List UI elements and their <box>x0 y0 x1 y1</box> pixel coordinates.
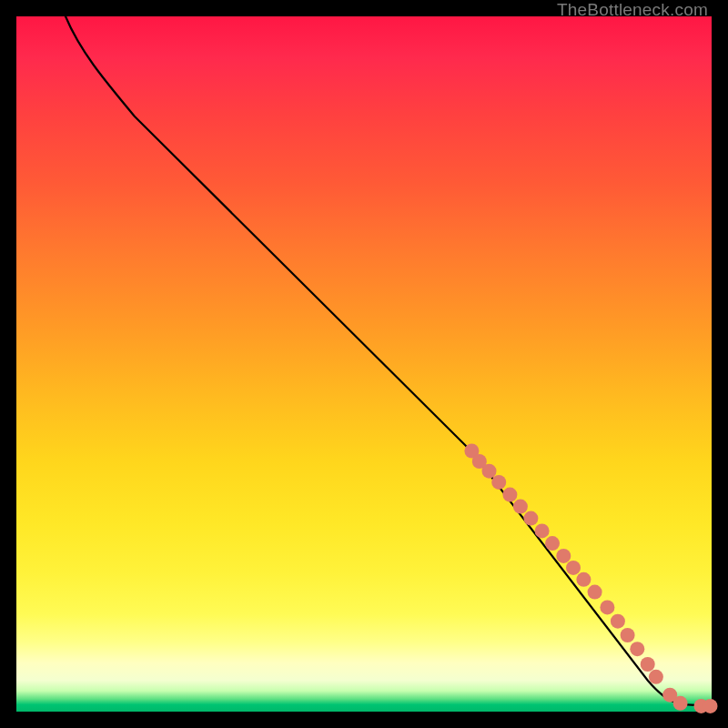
marker-dot <box>641 657 655 672</box>
marker-dot <box>513 500 528 514</box>
chart-frame: TheBottleneck.com <box>0 0 728 728</box>
marker-dot <box>611 614 625 629</box>
chart-svg <box>16 16 712 712</box>
plot-area <box>16 16 712 712</box>
marker-dot <box>649 670 663 684</box>
marker-dot <box>566 561 581 575</box>
marker-dot <box>482 464 497 479</box>
marker-dot <box>523 511 538 526</box>
marker-dot <box>502 488 517 502</box>
marker-dot <box>588 585 602 600</box>
marker-dot <box>556 549 571 563</box>
marker-group <box>464 444 717 713</box>
marker-dot <box>491 475 506 490</box>
marker-dot <box>545 536 560 551</box>
marker-dot <box>630 642 644 656</box>
marker-dot <box>621 628 635 642</box>
marker-dot <box>600 600 614 614</box>
marker-dot <box>703 699 718 713</box>
marker-dot <box>576 572 591 587</box>
curve-path <box>66 16 712 706</box>
marker-dot <box>673 696 688 711</box>
marker-dot <box>535 523 550 538</box>
